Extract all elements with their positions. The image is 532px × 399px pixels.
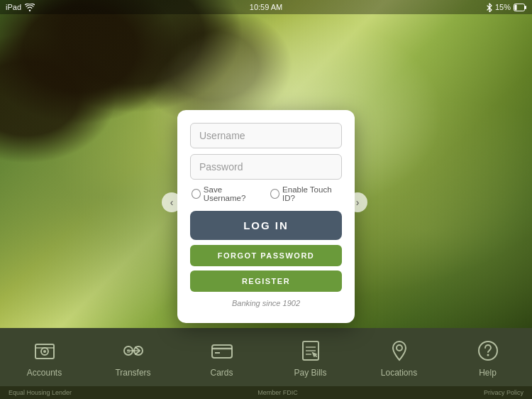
status-right: 15%: [487, 3, 526, 12]
bottom-nav: Accounts $ Transfers Cards: [0, 328, 532, 386]
forgot-password-button[interactable]: FORGOT PASSWORD: [190, 245, 342, 266]
footer-right[interactable]: Privacy Policy: [484, 389, 523, 396]
help-label: Help: [479, 368, 497, 378]
save-username-check[interactable]: [192, 189, 201, 199]
checkboxes-row: Save Username? Enable Touch ID?: [190, 185, 342, 202]
password-input[interactable]: [190, 154, 342, 180]
battery-percent: 15%: [495, 3, 511, 11]
cards-label: Cards: [210, 368, 233, 378]
wifi-icon: [25, 4, 35, 11]
pay-bills-label: Pay Bills: [294, 368, 326, 378]
nav-item-accounts[interactable]: Accounts: [16, 337, 73, 378]
username-input[interactable]: [190, 123, 342, 148]
svg-rect-2: [525, 6, 526, 9]
svg-point-20: [487, 354, 489, 356]
touch-id-check[interactable]: [270, 189, 279, 199]
save-username-checkbox[interactable]: Save Username?: [192, 185, 260, 202]
accounts-icon: [31, 337, 58, 364]
nav-item-cards[interactable]: Cards: [194, 337, 250, 378]
footer: Equal Housing Lender Member FDIC Privacy…: [0, 386, 532, 399]
status-time: 10:59 AM: [250, 3, 282, 11]
carousel-right-arrow[interactable]: ›: [348, 192, 367, 212]
locations-label: Locations: [381, 368, 417, 378]
pay-bills-icon: [297, 337, 324, 364]
login-button[interactable]: LOG IN: [190, 211, 342, 240]
transfers-label: Transfers: [115, 368, 150, 378]
nav-item-transfers[interactable]: $ Transfers: [105, 337, 162, 378]
touch-id-checkbox[interactable]: Enable Touch ID?: [270, 185, 340, 202]
save-username-label: Save Username?: [204, 185, 260, 202]
transfers-icon: $: [120, 337, 147, 364]
locations-icon: [386, 337, 413, 364]
svg-text:$: $: [126, 348, 130, 354]
nav-item-help[interactable]: Help: [460, 337, 516, 378]
footer-center: Member FDIC: [257, 389, 298, 396]
nav-item-pay-bills[interactable]: Pay Bills: [282, 337, 339, 378]
svg-rect-11: [212, 345, 232, 358]
login-card: Save Username? Enable Touch ID? LOG IN F…: [177, 110, 355, 323]
cards-icon: [209, 337, 235, 364]
svg-point-5: [43, 350, 46, 353]
footer-left: Equal Housing Lender: [9, 389, 72, 396]
carousel-left-arrow[interactable]: ‹: [162, 192, 182, 212]
status-left: iPad: [6, 3, 35, 11]
nav-item-locations[interactable]: Locations: [371, 337, 428, 378]
register-button[interactable]: REGISTER: [190, 270, 342, 292]
device-name: iPad: [6, 3, 21, 11]
status-bar: iPad 10:59 AM 15%: [0, 0, 532, 14]
help-icon: [475, 337, 501, 364]
svg-rect-1: [515, 4, 517, 10]
battery-icon: [514, 4, 526, 11]
accounts-label: Accounts: [27, 368, 62, 378]
svg-point-18: [397, 345, 402, 351]
banking-since: Banking since 1902: [190, 299, 342, 307]
touch-id-label: Enable Touch ID?: [282, 185, 340, 202]
bluetooth-icon: [487, 3, 492, 12]
